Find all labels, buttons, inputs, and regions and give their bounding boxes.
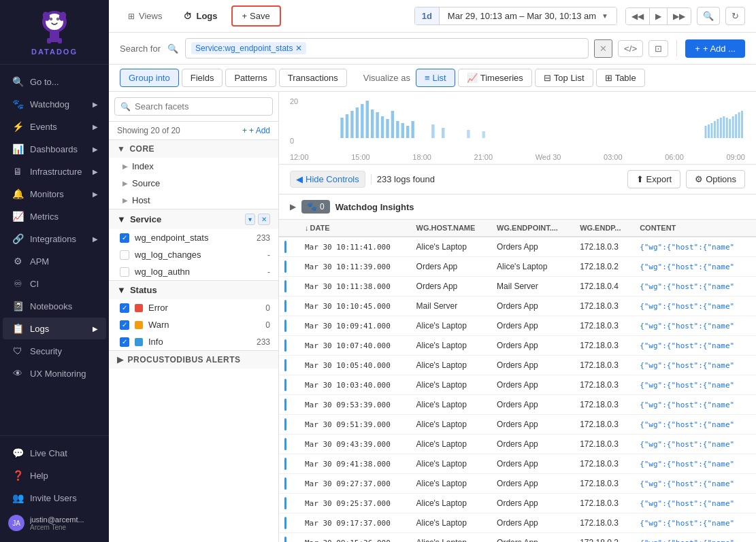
status-row-error[interactable]: Error 0 (109, 299, 278, 316)
checkbox-wg-endpoint-stats[interactable] (120, 233, 129, 243)
table-row[interactable]: Mar 30 10:11:39.000 Orders App Alice's L… (279, 257, 756, 277)
facet-search-input[interactable]: 🔍 (114, 97, 273, 116)
options-button[interactable]: ⚙ Options (686, 170, 745, 188)
time-preset-btn[interactable]: 1d (415, 7, 440, 24)
sidebar-item-infrastructure[interactable]: 🖥 Infrastructure ▶ (3, 160, 106, 182)
sidebar-item-dashboards[interactable]: 📊 Dashboards ▶ (3, 138, 106, 160)
logo[interactable]: DATADOG (0, 0, 109, 65)
table-row[interactable]: Mar 30 09:17:37.000 Alice's Laptop Order… (279, 513, 756, 533)
core-section: ▼ CORE ▶ Index ▶ Source ▶ Host (109, 140, 278, 209)
service-clear-btn[interactable]: ✕ (258, 214, 270, 225)
table-row[interactable]: Mar 30 09:51:39.000 Alice's Laptop Order… (279, 415, 756, 435)
sidebar-item-metrics[interactable]: 📈 Metrics (3, 205, 106, 227)
time-range-display[interactable]: Mar 29, 10:13 am – Mar 30, 10:13 am ▼ (440, 7, 617, 24)
table-row[interactable]: Mar 30 10:11:41.000 Alice's Laptop Order… (279, 237, 756, 257)
th-date-col[interactable]: ↓ DATE (299, 220, 411, 237)
facet-index[interactable]: ▶ Index (109, 158, 278, 175)
sidebar-item-events[interactable]: ⚡ Events ▶ (3, 116, 106, 137)
service-section-header[interactable]: ▼ Service ▾ ✕ (109, 209, 278, 229)
sidebar-item-live-chat[interactable]: 💬 Live Chat (3, 442, 106, 464)
table-row[interactable]: Mar 30 10:11:38.000 Orders App Mail Serv… (279, 277, 756, 297)
viz-tab-table[interactable]: ⊞ Table (596, 69, 645, 87)
table-row[interactable]: Mar 30 10:05:40.000 Alice's Laptop Order… (279, 356, 756, 375)
search-clear-btn[interactable]: ✕ (594, 39, 612, 58)
viz-tab-timeseries[interactable]: 📈 Timeseries (458, 69, 532, 87)
tab-logs[interactable]: ⏱ Logs (176, 7, 225, 25)
facet-host[interactable]: ▶ Host (109, 192, 278, 209)
save-button[interactable]: + Save (231, 5, 281, 27)
table-row[interactable]: Mar 30 09:15:36.000 Alice's Laptop Order… (279, 533, 756, 543)
table-area[interactable]: ↓ DATE WG.HOST.NAME WG.ENDPOINT.... WG.E… (279, 220, 756, 542)
tab-views[interactable]: ⊞ Views (120, 7, 170, 25)
tab-fields[interactable]: Fields (182, 69, 223, 87)
table-row[interactable]: Mar 30 10:03:40.000 Alice's Laptop Order… (279, 375, 756, 395)
sidebar-item-security[interactable]: 🛡 Security (3, 340, 106, 362)
checkbox-wg-log-authn[interactable] (120, 267, 129, 277)
sidebar-item-monitors[interactable]: 🔔 Monitors ▶ (3, 183, 106, 205)
sidebar-item-notebooks[interactable]: 📓 Notebooks (3, 295, 106, 317)
dashboards-icon: 📊 (11, 143, 24, 154)
search-input-area[interactable]: Service:wg_endpoint_stats ✕ (185, 38, 589, 58)
viz-tab-toplist[interactable]: ⊟ Top List (535, 69, 593, 87)
search-code-btn[interactable]: </> (618, 40, 643, 57)
status-row-warn[interactable]: Warn 0 (109, 316, 278, 333)
status-section-header[interactable]: ▼ Status (109, 281, 278, 299)
service-row-wg-log-authn[interactable]: wg_log_authn - (109, 263, 278, 280)
time-nav-prev-btn[interactable]: ▶ (650, 8, 668, 24)
sidebar-item-watchdog[interactable]: 🐾 Watchdog ▶ (3, 93, 106, 115)
th-wg-endpoint[interactable]: WG.ENDPOINT.... (491, 220, 574, 237)
search-expand-btn[interactable]: ⊡ (648, 40, 668, 57)
checkbox-wg-log-changes[interactable] (120, 250, 129, 260)
add-facet-btn[interactable]: + + Add (242, 126, 270, 135)
checkbox-warn[interactable] (120, 320, 129, 330)
th-date[interactable] (279, 220, 299, 237)
table-row[interactable]: Mar 30 09:27:37.000 Alice's Laptop Order… (279, 474, 756, 494)
time-nav-back-btn[interactable]: ◀◀ (626, 8, 650, 24)
sidebar-item-ci[interactable]: ♾ CI (3, 273, 106, 294)
sidebar-item-ux-monitoring[interactable]: 👁 UX Monitoring (3, 362, 106, 384)
sidebar-item-apm[interactable]: ⚙ APM (3, 250, 106, 272)
sidebar-item-help[interactable]: ❓ Help (3, 464, 106, 486)
table-row[interactable]: Mar 30 09:53:39.000 Alice's Laptop Order… (279, 395, 756, 415)
refresh-btn[interactable]: ↻ (725, 7, 745, 25)
viz-tab-list[interactable]: ≡ List (416, 69, 455, 87)
search-icon[interactable]: 🔍 (166, 42, 180, 55)
core-section-header[interactable]: ▼ CORE (109, 140, 278, 158)
search-tag-close[interactable]: ✕ (295, 44, 302, 53)
procustodibus-header[interactable]: ▶ PROCUSTODIBUS ALERTS (109, 351, 278, 369)
time-nav-next-btn[interactable]: ▶▶ (668, 8, 691, 24)
table-row[interactable]: Mar 30 09:41:38.000 Alice's Laptop Order… (279, 454, 756, 474)
status-row-info[interactable]: Info 233 (109, 333, 278, 350)
add-button[interactable]: + + Add ... (685, 39, 745, 58)
expand-icon[interactable]: ▶ (290, 202, 296, 211)
tab-patterns[interactable]: Patterns (225, 69, 276, 87)
checkbox-error[interactable] (120, 303, 129, 313)
table-row[interactable]: Mar 30 10:09:41.000 Alice's Laptop Order… (279, 316, 756, 336)
export-button[interactable]: ⬆ Export (627, 170, 681, 188)
zoom-btn[interactable]: 🔍 (697, 7, 720, 25)
hide-controls-label: Hide Controls (306, 174, 359, 184)
tab-transactions[interactable]: Transactions (279, 69, 347, 87)
table-row[interactable]: Mar 30 10:07:40.000 Alice's Laptop Order… (279, 336, 756, 356)
sidebar-item-logs[interactable]: 📋 Logs ▶ (3, 318, 106, 339)
service-filter-btn[interactable]: ▾ (245, 214, 255, 225)
service-row-wg-log-changes[interactable]: wg_log_changes - (109, 246, 278, 263)
log-level-indicator (279, 435, 299, 454)
facet-search-field[interactable] (135, 101, 267, 112)
user-menu[interactable]: JA justin@arcemt... Arcem Tene (0, 509, 109, 537)
sidebar-item-goto[interactable]: 🔍 Go to... (3, 71, 106, 92)
facet-source[interactable]: ▶ Source (109, 175, 278, 192)
hide-controls-btn[interactable]: ◀ Hide Controls (290, 171, 365, 188)
th-wg-host-name[interactable]: WG.HOST.NAME (411, 220, 492, 237)
export-icon: ⬆ (636, 174, 644, 184)
sidebar-item-invite-users[interactable]: 👥 Invite Users (3, 487, 106, 509)
sidebar-item-integrations[interactable]: 🔗 Integrations ▶ (3, 228, 106, 250)
table-row[interactable]: Mar 30 09:25:37.000 Alice's Laptop Order… (279, 494, 756, 513)
th-content[interactable]: CONTENT (634, 220, 756, 237)
th-wg-endp[interactable]: WG.ENDP... (574, 220, 634, 237)
table-row[interactable]: Mar 30 10:10:45.000 Mail Server Orders A… (279, 297, 756, 316)
table-row[interactable]: Mar 30 09:43:39.000 Alice's Laptop Order… (279, 435, 756, 454)
tab-group-into[interactable]: Group into (120, 69, 179, 87)
checkbox-info[interactable] (120, 337, 129, 347)
service-row-wg-endpoint-stats[interactable]: wg_endpoint_stats 233 (109, 229, 278, 246)
